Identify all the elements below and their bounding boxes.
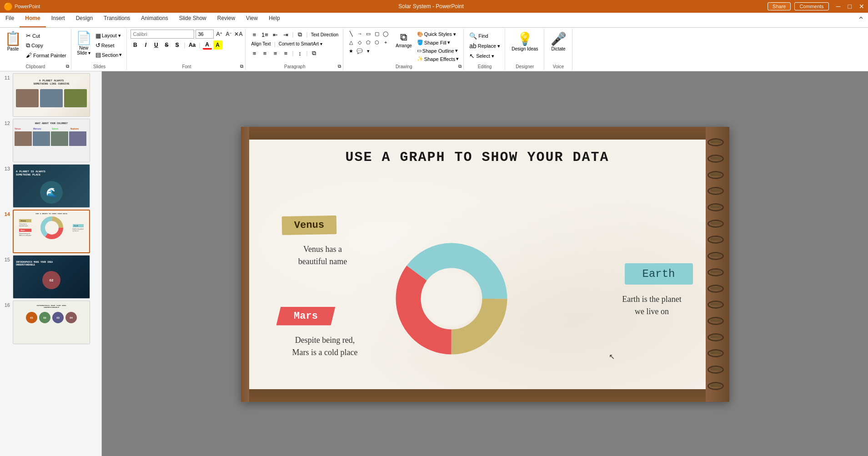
minimize-button[interactable]: ─: [836, 3, 841, 10]
tab-review[interactable]: Review: [212, 13, 241, 27]
tab-help[interactable]: Help: [263, 13, 286, 27]
quick-styles-button[interactable]: 🎨 Quick Styles ▾: [415, 30, 461, 38]
tab-home[interactable]: Home: [20, 13, 45, 27]
copy-label: Copy: [31, 43, 43, 48]
shape-arrow-btn[interactable]: →: [356, 30, 364, 38]
paste-button[interactable]: 📋 Paste: [3, 30, 23, 52]
paragraph-expand-icon[interactable]: ⧉: [338, 64, 341, 69]
line-spacing-button[interactable]: ↕: [295, 48, 305, 58]
underline-button[interactable]: U: [151, 40, 161, 50]
drawing-expand-icon[interactable]: ⧉: [458, 64, 462, 69]
copy-button[interactable]: ⧉ Copy: [24, 41, 68, 50]
convert-smartart-button[interactable]: Convert to SmartArt ▾: [277, 40, 324, 47]
align-left-button[interactable]: ≡: [249, 48, 259, 58]
reset-icon: ↺: [95, 42, 100, 49]
tab-file[interactable]: File: [0, 13, 20, 27]
change-case-button[interactable]: Aa: [188, 40, 197, 50]
shape-tri-btn[interactable]: △: [347, 38, 355, 46]
find-button[interactable]: 🔍 Find: [467, 31, 502, 40]
slide-thumb-11[interactable]: 11 A PLANET ALWAYSSOMETHING LIKE CURSIVE: [2, 73, 100, 117]
select-button[interactable]: ↖ Select ▾: [467, 51, 502, 60]
shape-callout-btn[interactable]: 💬: [356, 47, 364, 55]
clear-format-button[interactable]: ✕A: [234, 30, 242, 38]
italic-button[interactable]: I: [141, 40, 150, 50]
bullets-button[interactable]: ≡: [249, 30, 259, 40]
shape-outline-button[interactable]: ▭ Shape Outline ▾: [415, 47, 461, 55]
shadow-button[interactable]: S: [172, 40, 181, 50]
align-right-button[interactable]: ≡: [270, 48, 280, 58]
font-color-button[interactable]: A: [203, 40, 212, 50]
increase-font-button[interactable]: A⁺: [215, 30, 223, 38]
font-expand-icon[interactable]: ⧉: [240, 64, 243, 69]
center-button[interactable]: ≡: [260, 48, 270, 58]
shape-star-btn[interactable]: ★: [347, 47, 355, 55]
shape-rect-btn[interactable]: ▭: [364, 30, 372, 38]
dictate-button[interactable]: 🎤 Dictate: [548, 30, 569, 63]
slide-num-12: 12: [2, 119, 10, 126]
decrease-font-button[interactable]: A⁻: [225, 30, 233, 38]
decrease-indent-button[interactable]: ⇤: [270, 30, 280, 40]
maximize-button[interactable]: □: [848, 3, 852, 10]
tab-view[interactable]: View: [241, 13, 263, 27]
strikethrough-button[interactable]: S: [162, 40, 171, 50]
format-painter-button[interactable]: 🖌 Format Painter: [24, 51, 68, 60]
shape-more-btn[interactable]: ▾: [364, 47, 372, 55]
layout-button[interactable]: ▦ Layout ▾: [94, 31, 124, 40]
shape-plus-btn[interactable]: +: [381, 38, 390, 46]
share-button[interactable]: Share: [768, 2, 791, 10]
mars-label[interactable]: Mars: [276, 307, 336, 326]
numbered-list-button[interactable]: 1≡: [260, 30, 270, 40]
new-slide-button[interactable]: 📄 New Slide ▾: [75, 30, 93, 56]
reset-button[interactable]: ↺ Reset: [94, 41, 124, 50]
font-size-input[interactable]: 36: [196, 30, 214, 39]
tab-slideshow[interactable]: Slide Show: [174, 13, 212, 27]
align-text-button[interactable]: Align Text: [249, 40, 272, 47]
para-sep5: |: [306, 50, 308, 56]
shape-line-btn[interactable]: ╲: [347, 30, 355, 38]
spiral-4: [707, 187, 724, 195]
spiral-11: [707, 301, 724, 309]
select-icon: ↖: [469, 52, 475, 60]
cut-button[interactable]: ✂ Cut: [24, 31, 68, 40]
spiral-10: [707, 285, 724, 293]
spiral-8: [707, 252, 724, 260]
shape-round-rect-btn[interactable]: ▢: [373, 30, 381, 38]
bold-button[interactable]: B: [130, 40, 140, 50]
tab-insert[interactable]: Insert: [46, 13, 70, 27]
columns-button[interactable]: ⧉: [309, 48, 319, 58]
slide-img-12: WHAT ABOUT YOUR COLUMNS? Venus Mercury S…: [13, 119, 90, 162]
shape-pentagon-btn[interactable]: ⬠: [364, 38, 372, 46]
arrange-button[interactable]: ⧉ Arrange: [394, 30, 414, 49]
slide-thumb-15[interactable]: 15 INFOGRAPHICS MAKE YOUR IDEAUNDERSTAND…: [2, 255, 100, 299]
replace-button[interactable]: ab Replace ▾: [467, 41, 502, 50]
highlight-color-button[interactable]: A: [213, 40, 222, 50]
shape-effects-button[interactable]: ✨ Shape Effects ▾: [415, 55, 461, 63]
donut-chart-container[interactable]: [388, 235, 515, 364]
slide-thumb-14[interactable]: 14 USE A GRAPH TO SHOW YOUR DATA Venus V…: [2, 210, 100, 253]
canvas-area[interactable]: USE A GRAPH TO SHOW YOUR DATA Venus Venu…: [102, 71, 868, 456]
increase-indent-button[interactable]: ⇥: [281, 30, 291, 40]
slide-thumb-16[interactable]: 16 INFOGRAPHICS MAKE YOUR IDEAUNDERSTAND…: [2, 301, 100, 344]
comments-button[interactable]: Comments: [794, 2, 828, 10]
shape-fill-button[interactable]: 🪣 Shape Fill ▾: [415, 39, 461, 46]
text-direction-button[interactable]: Text Direction: [309, 31, 341, 38]
section-button[interactable]: ▤ Section ▾: [94, 50, 124, 59]
tab-animations[interactable]: Animations: [135, 13, 173, 27]
slide-thumb-13[interactable]: 13 A PLANET IS ALWAYSSOMETHING PLACE 🌊: [2, 164, 100, 208]
shape-diamond-btn[interactable]: ◇: [356, 38, 364, 46]
font-name-input[interactable]: [130, 30, 194, 39]
close-button[interactable]: ✕: [859, 3, 864, 10]
ribbon-collapse-button[interactable]: ⌃: [854, 13, 868, 27]
cols-button[interactable]: ⧉: [295, 30, 305, 40]
venus-label[interactable]: Venus: [281, 215, 336, 235]
shape-oval-btn[interactable]: ◯: [381, 30, 390, 38]
design-ideas-button[interactable]: 💡 Design Ideas: [509, 30, 541, 63]
wood-frame-bottom: [241, 389, 729, 402]
justify-button[interactable]: ≡: [281, 48, 291, 58]
shape-hex-btn[interactable]: ⬡: [373, 38, 381, 46]
slide-thumb-12[interactable]: 12 WHAT ABOUT YOUR COLUMNS? Venus Mercur…: [2, 119, 100, 162]
earth-label[interactable]: Earth: [625, 263, 693, 285]
tab-transitions[interactable]: Transitions: [98, 13, 135, 27]
clipboard-expand-icon[interactable]: ⧉: [66, 64, 69, 69]
tab-design[interactable]: Design: [70, 13, 98, 27]
